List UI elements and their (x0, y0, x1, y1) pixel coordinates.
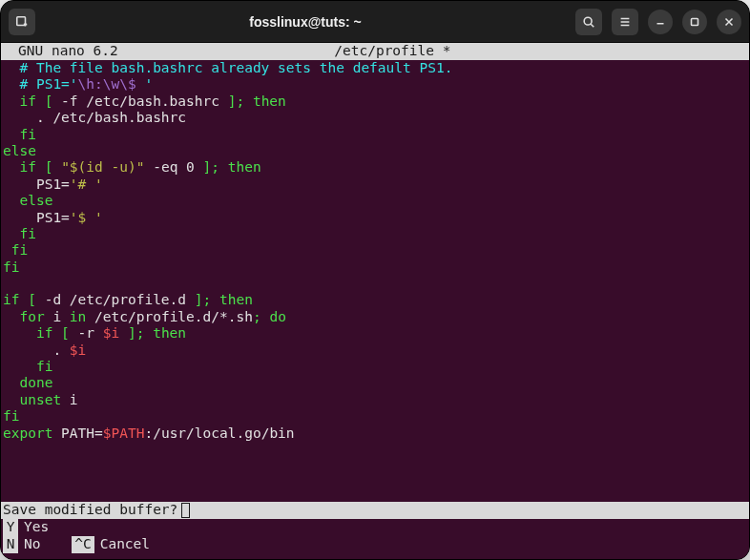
code-line: else (3, 143, 749, 159)
search-button[interactable] (575, 9, 602, 35)
code-line: fi (3, 242, 749, 259)
prompt-text: Save modified buffer? (3, 502, 177, 518)
cancel-label: Cancel (100, 536, 150, 552)
close-button[interactable] (717, 10, 741, 34)
menu-button[interactable] (612, 9, 638, 35)
code-line: export PATH=$PATH:/usr/local.go/bin (3, 425, 749, 442)
titlebar: fosslinux@tuts: ~ (1, 1, 749, 43)
code-line: . $i (3, 342, 749, 359)
maximize-button[interactable] (682, 10, 707, 34)
code-line: . /etc/bash.bashrc (3, 110, 749, 126)
minimize-button[interactable] (648, 10, 673, 34)
terminal-window: fosslinux@tuts: ~ GNU nano 6.2 /etc/prof… (0, 0, 750, 560)
code-line: # PS1='\h:\w\$ ' (3, 76, 749, 93)
nano-footer: Y Yes N No ^X- ^C Cancel (1, 519, 749, 559)
terminal-content[interactable]: GNU nano 6.2 /etc/profile * # The file b… (1, 43, 749, 559)
code-line: fi (3, 259, 749, 276)
svg-rect-9 (692, 18, 698, 25)
svg-point-3 (584, 17, 592, 25)
editor-area[interactable]: # The file bash.bashrc already sets the … (1, 60, 749, 502)
key-cancel: ^C (72, 536, 94, 552)
svg-line-4 (591, 24, 594, 27)
code-line: if [ -d /etc/profile.d ]; then (3, 292, 749, 308)
no-label: No (24, 536, 40, 552)
code-line: unset i (3, 392, 749, 408)
code-line: fi (3, 359, 749, 375)
code-line: PS1='# ' (3, 176, 749, 193)
new-tab-button[interactable] (9, 9, 35, 35)
code-line (3, 276, 749, 292)
code-line: if [ "$(id -u)" -eq 0 ]; then (3, 159, 749, 176)
yes-option[interactable]: Y Yes (3, 519, 49, 536)
code-line: else (3, 193, 749, 209)
code-line: if [ -r $i ]; then (3, 325, 749, 342)
save-prompt: Save modified buffer? (1, 502, 749, 519)
no-option[interactable]: N No (3, 536, 49, 553)
code-line: if [ -f /etc/bash.bashrc ]; then (3, 93, 749, 110)
code-line: fi (3, 408, 749, 425)
cursor (181, 503, 190, 518)
code-line: done (3, 375, 749, 391)
cancel-option[interactable]: ^C Cancel (72, 536, 150, 553)
code-line: # The file bash.bashrc already sets the … (3, 60, 749, 76)
key-y: Y (3, 519, 18, 535)
nano-header: GNU nano 6.2 /etc/profile * (1, 43, 749, 60)
code-line: for i in /etc/profile.d/*.sh; do (3, 309, 749, 325)
nano-filename: /etc/profile * (42, 43, 743, 59)
code-line: fi (3, 127, 749, 143)
code-line: fi (3, 226, 749, 242)
key-n: N (3, 536, 18, 552)
window-title: fosslinux@tuts: ~ (249, 14, 362, 30)
code-line: PS1='$ ' (3, 210, 749, 226)
yes-label: Yes (24, 519, 49, 535)
